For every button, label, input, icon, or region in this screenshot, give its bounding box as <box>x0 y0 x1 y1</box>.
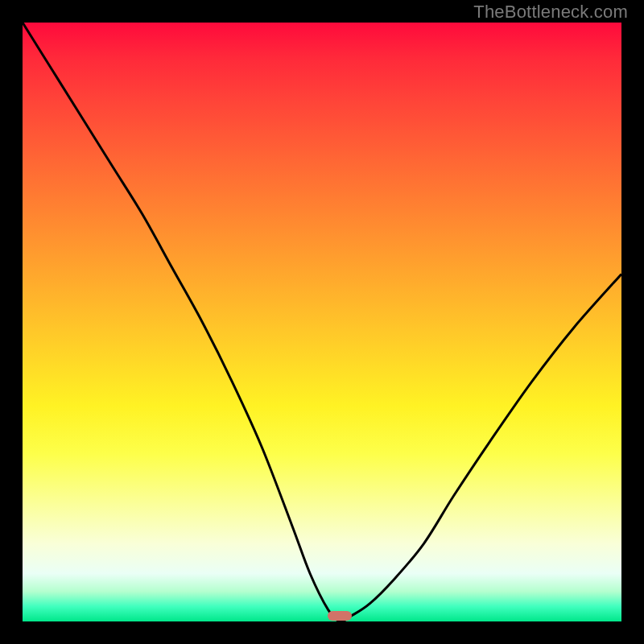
watermark-text: TheBottleneck.com <box>473 2 628 23</box>
curve-svg <box>23 23 621 621</box>
optimal-marker <box>328 611 352 621</box>
plot-area <box>23 23 621 621</box>
bottleneck-curve <box>23 23 621 621</box>
chart-frame: TheBottleneck.com <box>0 0 644 644</box>
